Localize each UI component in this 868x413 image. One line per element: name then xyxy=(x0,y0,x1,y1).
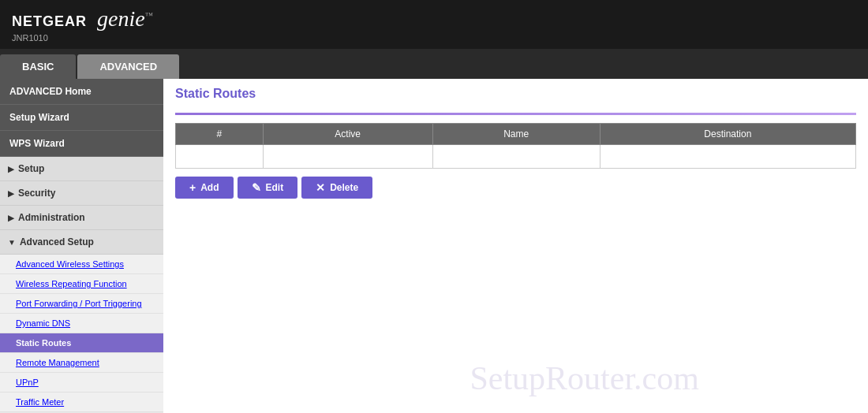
col-destination: Destination xyxy=(600,124,855,145)
edit-icon: ✎ xyxy=(252,181,261,194)
sidebar-btn-setup-wizard[interactable]: Setup Wizard xyxy=(0,105,163,131)
add-icon: + xyxy=(189,181,196,194)
sidebar-section-advanced-setup[interactable]: ▼ Advanced Setup xyxy=(0,230,163,255)
sidebar-section-setup-label: Setup xyxy=(18,163,44,174)
tab-basic[interactable]: BASIC xyxy=(0,54,76,79)
sidebar-item-traffic-meter[interactable]: Traffic Meter xyxy=(0,393,163,412)
advanced-setup-arrow: ▼ xyxy=(8,238,16,247)
add-label: Add xyxy=(200,182,219,193)
sidebar-btn-advanced-home[interactable]: ADVANCED Home xyxy=(0,79,163,105)
empty-cell-3 xyxy=(432,145,600,169)
sidebar-btn-wps-wizard[interactable]: WPS Wizard xyxy=(0,131,163,157)
divider xyxy=(175,113,856,115)
main-layout: ADVANCED Home Setup Wizard WPS Wizard ▶ … xyxy=(0,79,868,413)
sidebar: ADVANCED Home Setup Wizard WPS Wizard ▶ … xyxy=(0,79,163,413)
col-number: # xyxy=(176,124,264,145)
edit-label: Edit xyxy=(266,182,284,193)
sidebar-section-administration[interactable]: ▶ Administration xyxy=(0,206,163,230)
content-area: Static Routes # Active Name Destination xyxy=(163,79,868,413)
administration-arrow: ▶ xyxy=(8,214,14,222)
routes-table: # Active Name Destination xyxy=(175,123,856,169)
sidebar-item-port-forwarding[interactable]: Port Forwarding / Port Triggering xyxy=(0,294,163,314)
table-body xyxy=(176,145,856,169)
sidebar-item-upnp[interactable]: UPnP xyxy=(0,373,163,393)
sidebar-section-security[interactable]: ▶ Security xyxy=(0,181,163,206)
table-row-empty xyxy=(176,145,856,169)
add-button[interactable]: + Add xyxy=(175,177,234,199)
brand-genie: genie™ xyxy=(92,6,152,31)
empty-cell-1 xyxy=(176,145,264,169)
tab-advanced[interactable]: ADVANCED xyxy=(77,54,179,79)
delete-icon: ✕ xyxy=(316,181,325,194)
table-header-row: # Active Name Destination xyxy=(176,124,856,145)
sidebar-section-advanced-setup-label: Advanced Setup xyxy=(20,236,94,247)
delete-label: Delete xyxy=(330,182,358,193)
delete-button[interactable]: ✕ Delete xyxy=(301,177,372,199)
sidebar-item-wireless-repeating-function[interactable]: Wireless Repeating Function xyxy=(0,274,163,294)
brand-logo: NETGEAR genie™ xyxy=(12,6,152,32)
table-header: # Active Name Destination xyxy=(176,124,856,145)
col-active: Active xyxy=(263,124,432,145)
brand-netgear: NETGEAR xyxy=(12,13,87,29)
watermark: SetupRouter.com xyxy=(470,359,698,397)
col-name: Name xyxy=(432,124,600,145)
setup-arrow: ▶ xyxy=(8,165,14,173)
brand-tm: ™ xyxy=(145,11,153,20)
empty-cell-4 xyxy=(600,145,855,169)
page-title: Static Routes xyxy=(175,87,856,101)
sidebar-section-setup[interactable]: ▶ Setup xyxy=(0,157,163,181)
model-number: JNR1010 xyxy=(12,33,152,43)
sidebar-section-administration-label: Administration xyxy=(18,212,85,223)
edit-button[interactable]: ✎ Edit xyxy=(238,177,298,199)
sidebar-item-remote-management[interactable]: Remote Management xyxy=(0,353,163,373)
sidebar-section-security-label: Security xyxy=(18,188,55,199)
tab-bar: BASIC ADVANCED xyxy=(0,49,868,79)
sidebar-item-advanced-wireless-settings[interactable]: Advanced Wireless Settings xyxy=(0,255,163,274)
sidebar-item-static-routes[interactable]: Static Routes xyxy=(0,333,163,353)
empty-cell-2 xyxy=(263,145,432,169)
security-arrow: ▶ xyxy=(8,189,14,198)
action-buttons: + Add ✎ Edit ✕ Delete xyxy=(175,177,856,199)
sidebar-item-dynamic-dns[interactable]: Dynamic DNS xyxy=(0,314,163,333)
header: NETGEAR genie™ JNR1010 xyxy=(0,0,868,49)
brand-area: NETGEAR genie™ JNR1010 xyxy=(12,6,152,43)
